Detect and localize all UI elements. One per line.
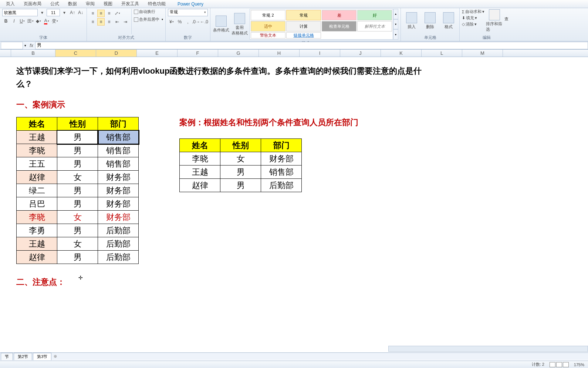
cell-name[interactable]: 王越 [17,131,57,144]
cell-name[interactable]: 王越 [180,165,220,179]
col-header[interactable]: J [340,50,381,57]
cell-name[interactable]: 李晓 [17,144,57,157]
table-header[interactable]: 部门 [261,139,302,152]
cell-dept[interactable]: 财务部 [98,197,139,211]
menu-item[interactable]: 公式 [46,1,64,7]
cell-gender[interactable]: 男 [57,224,98,237]
cell-dept[interactable]: 财务部 [98,171,139,184]
col-header[interactable]: H [259,50,300,57]
cell-gender[interactable]: 男 [57,197,98,211]
align-left-icon[interactable]: ≡ [89,18,97,26]
style-swatch[interactable]: 好 [357,10,392,20]
align-center-icon[interactable]: ≡ [97,18,105,26]
table-row[interactable]: 王越女后勤部 [17,237,139,251]
orientation-icon[interactable]: ⤢▾ [114,10,121,17]
gallery-scroll[interactable]: ▴▾▾ [393,9,398,40]
cell-dept[interactable]: 销售部 [98,157,139,171]
align-bottom-icon[interactable]: ≡ [105,10,113,17]
increase-decimal-icon[interactable]: .0→ [192,18,200,26]
cell-name[interactable]: 李晓 [17,211,57,224]
bold-button[interactable]: B [2,17,10,25]
table-row[interactable]: 赵律男后勤部 [180,179,302,192]
cell-name[interactable]: 赵律 [17,251,57,264]
col-header[interactable]: I [300,50,340,57]
table-row[interactable]: 赵律女财务部 [17,171,139,184]
cell-gender[interactable]: 女 [220,152,261,165]
cell-gender[interactable]: 男 [57,184,98,197]
table-row[interactable]: 王越男销售部 [17,131,139,144]
cell-dept[interactable]: 财务部 [98,211,139,224]
table-row[interactable]: 李晓女财务部 [180,152,302,165]
col-header[interactable]: E [137,50,178,57]
style-swatch[interactable]: 警告文本 [251,32,285,39]
cell-gender[interactable]: 男 [57,157,98,171]
style-swatch[interactable]: 常规 [286,10,321,20]
menu-item[interactable]: 审阅 [81,1,99,7]
fx-icon[interactable]: fx [28,43,35,48]
cell-dept[interactable]: 后勤部 [98,237,139,251]
cell-styles-gallery[interactable]: 常规 2 常规 差 好 适中 计算 检查单元格 解释性文本 警告文本 链接单元格 [250,9,393,40]
font-color-button[interactable]: A▾ [43,17,50,25]
cell-dept[interactable]: 后勤部 [98,224,139,237]
menu-item[interactable]: 数据 [64,1,81,7]
cell-name[interactable]: 吕巴 [17,197,57,211]
indent-left-icon[interactable]: ⇤ [114,18,121,26]
source-table[interactable]: 姓名性别部门王越男销售部李晓男销售部王五男销售部赵律女财务部绿二男财务部吕巴男财… [16,117,139,264]
name-box-dropdown-icon[interactable]: ▾ [23,44,28,47]
font-name-combo[interactable] [2,9,38,16]
clear-button[interactable]: ◇ 清除 ▾ [462,21,484,27]
col-header[interactable]: B [11,50,55,57]
col-header[interactable]: M [462,50,503,57]
decrease-font-icon[interactable]: A↓ [77,9,84,16]
autosum-button[interactable]: Σ 自动求和 ▾ [462,9,484,14]
sheet-tab[interactable]: 第3节 [33,353,51,360]
cell-dept[interactable]: 后勤部 [261,179,302,192]
col-header[interactable]: D [96,50,137,57]
dropdown-icon[interactable]: ▾ [61,9,68,16]
find-button[interactable]: 查 [504,9,512,22]
phonetic-button[interactable]: 变▾ [51,17,58,25]
style-swatch[interactable]: 检查单元格 [322,21,356,31]
table-row[interactable]: 王五男销售部 [17,157,139,171]
align-middle-icon[interactable]: ≡ [97,10,105,17]
cell-name[interactable]: 赵律 [17,171,57,184]
wrap-text-button[interactable]: 自动换行 [134,9,163,14]
style-swatch[interactable]: 计算 [286,21,321,31]
cell-gender[interactable]: 男 [220,179,261,192]
cell-name[interactable]: 李晓 [180,152,220,165]
format-as-table-button[interactable]: 套用 表格格式 [231,13,248,36]
decrease-decimal-icon[interactable]: ←.0 [200,18,208,26]
format-button[interactable]: 格式 [440,9,457,33]
cell-dept[interactable]: 财务部 [98,184,139,197]
sheet-tab[interactable]: 第2节 [14,353,32,360]
insert-button[interactable]: 插入 [403,9,420,33]
increase-font-icon[interactable]: A↑ [69,9,76,16]
col-header[interactable]: F [178,50,218,57]
table-row[interactable]: 赵律男后勤部 [17,251,139,264]
sheet-tab[interactable]: 节 [1,353,13,360]
cell-name[interactable]: 王越 [17,237,57,251]
conditional-format-button[interactable]: 条件格式 [213,13,230,36]
cell-gender[interactable]: 男 [57,144,98,157]
cell-gender[interactable]: 男 [57,131,98,144]
menu-item[interactable]: 开发工具 [117,1,143,7]
table-row[interactable]: 王越男销售部 [180,165,302,179]
cell-dept[interactable]: 销售部 [98,131,139,144]
sort-filter-button[interactable]: 排序和筛选 [486,9,503,33]
cell-gender[interactable]: 女 [57,237,98,251]
menu-item[interactable]: 视图 [99,1,117,7]
col-header[interactable]: L [422,50,462,57]
table-row[interactable]: 李勇男后勤部 [17,224,139,237]
cell-gender[interactable]: 女 [57,171,98,184]
table-header[interactable]: 姓名 [180,139,220,152]
comma-icon[interactable]: , [184,18,192,26]
fill-button[interactable]: ⬇ 填充 ▾ [462,15,484,21]
table-row[interactable]: 绿二男财务部 [17,184,139,197]
cell-dept[interactable]: 后勤部 [98,251,139,264]
style-swatch[interactable]: 常规 2 [251,10,285,20]
cell-dept[interactable]: 销售部 [98,144,139,157]
cell-dept[interactable]: 财务部 [261,152,302,165]
table-row[interactable]: 吕巴男财务部 [17,197,139,211]
style-swatch[interactable]: 差 [322,10,356,20]
cell-gender[interactable]: 男 [220,165,261,179]
